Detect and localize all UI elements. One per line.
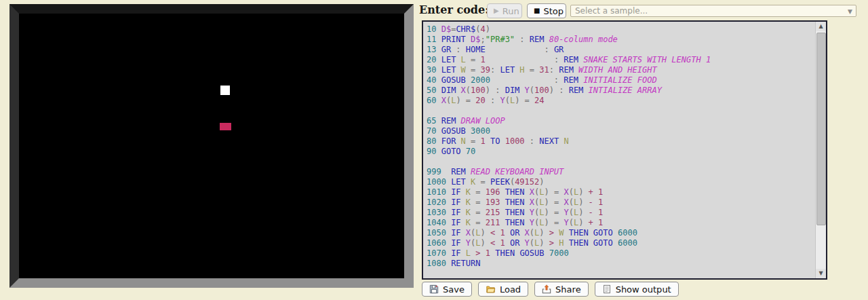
load-button-label: Load [500, 284, 521, 295]
share-button-label: Share [555, 284, 581, 295]
save-icon [429, 284, 439, 294]
app-root: { "header": { "title": "Enter code:", "r… [0, 0, 868, 300]
share-button[interactable]: Share [534, 282, 589, 297]
show-output-button-label: Show output [616, 284, 671, 295]
file-actions: Save Load Share Show output [422, 282, 679, 297]
sample-select-value: Select a sample... [575, 6, 648, 16]
stop-icon: ■ [534, 7, 540, 14]
stop-button-label: Stop [543, 6, 564, 16]
food-block [220, 123, 231, 130]
sample-select[interactable]: Select a sample... ▼ [570, 5, 856, 17]
down-arrow-icon: ▼ [818, 270, 823, 276]
scroll-down-button[interactable]: ▼ [816, 269, 826, 278]
chevron-down-icon: ▼ [848, 8, 852, 15]
run-button[interactable]: ▶ Run [487, 3, 522, 18]
save-button[interactable]: Save [422, 282, 472, 297]
code-panel: Enter code: ▶ Run ■ Stop Select a sample… [419, 0, 868, 300]
folder-icon [486, 284, 496, 294]
load-button[interactable]: Load [478, 282, 528, 297]
share-icon [542, 284, 551, 294]
save-button-label: Save [443, 284, 465, 295]
show-output-button[interactable]: Show output [595, 282, 679, 297]
run-button-label: Run [502, 6, 519, 16]
snake-block [220, 86, 230, 95]
play-icon: ▶ [494, 7, 499, 14]
game-screen[interactable] [19, 14, 404, 278]
scroll-up-button[interactable]: ▲ [816, 22, 826, 31]
code-editor-frame: 10 D$=CHR$(4) 11 PRINT D$;"PR#3" : REM 8… [422, 20, 827, 280]
output-document-icon [602, 284, 612, 294]
monitor-bezel [9, 4, 414, 288]
enter-code-label: Enter code: [419, 3, 489, 16]
code-editor[interactable]: 10 D$=CHR$(4) 11 PRINT D$;"PR#3" : REM 8… [423, 22, 826, 280]
up-arrow-icon: ▲ [818, 23, 823, 29]
scrollbar-thumb[interactable] [816, 33, 826, 225]
editor-scrollbar[interactable]: ▲ ▼ [815, 22, 826, 278]
stop-button[interactable]: ■ Stop [527, 3, 566, 18]
